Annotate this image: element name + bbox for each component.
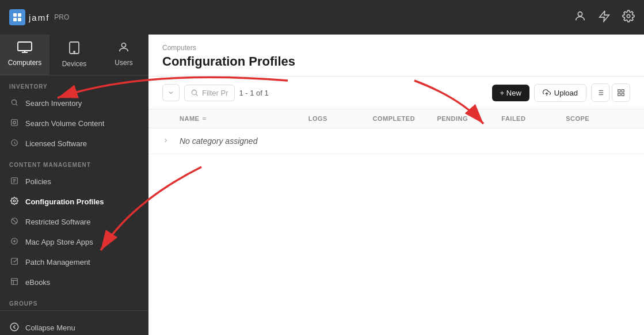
sidebar-item-computers[interactable]: Computers	[0, 35, 49, 75]
table-header: NAME LOGS COMPLETED PENDING FAILED SCOPE	[148, 109, 644, 128]
devices-icon	[69, 41, 79, 58]
search-icon	[9, 98, 20, 108]
bolt-icon[interactable]	[598, 10, 611, 25]
new-button[interactable]: + New	[492, 85, 529, 101]
upload-button[interactable]: Upload	[534, 84, 586, 102]
sidebar-item-search-volume[interactable]: Search Volume Content	[0, 113, 148, 134]
svg-point-5	[627, 14, 630, 18]
svg-rect-41	[618, 90, 620, 92]
record-count: 1 - 1 of 1	[239, 89, 269, 97]
config-profiles-label: Configuration Profiles	[25, 197, 104, 206]
svg-point-32	[192, 90, 196, 94]
sidebar-top-nav: Computers Devices Users	[0, 35, 148, 75]
sidebar-item-users[interactable]: Users	[99, 35, 148, 75]
col-name[interactable]: NAME	[180, 115, 308, 122]
grid-view-button[interactable]	[612, 83, 630, 102]
policies-label: Policies	[25, 177, 51, 186]
category-name: No category assigned	[180, 136, 308, 146]
person-icon[interactable]	[574, 10, 586, 25]
app-store-icon	[9, 237, 20, 247]
jamf-logo-icon	[9, 9, 25, 25]
jamf-logo[interactable]: jamf PRO	[9, 9, 69, 25]
users-icon	[117, 41, 130, 56]
filter-input-wrapper[interactable]: Filter Pr	[184, 85, 235, 101]
top-navigation: jamf PRO	[0, 0, 644, 35]
col-completed[interactable]: COMPLETED	[373, 115, 437, 122]
svg-rect-6	[18, 42, 32, 51]
svg-line-23	[12, 219, 17, 223]
sidebar-item-licensed-software[interactable]: Licensed Software	[0, 134, 148, 154]
sidebar-item-ebooks[interactable]: eBooks	[0, 272, 148, 292]
sidebar-item-policies[interactable]: Policies	[0, 172, 148, 192]
content-mgmt-section-label: CONTENT MANAGEMENT	[0, 154, 148, 172]
groups-section-label: GROUPS	[0, 292, 148, 310]
users-label: Users	[115, 59, 132, 67]
col-logs[interactable]: LOGS	[308, 115, 373, 122]
restricted-icon	[9, 217, 20, 227]
svg-line-13	[16, 104, 18, 106]
upload-label: Upload	[554, 89, 578, 97]
col-expand	[162, 115, 180, 122]
svg-rect-14	[12, 120, 18, 126]
gear-icon[interactable]	[622, 10, 635, 25]
logo-area: jamf PRO	[9, 9, 69, 25]
computers-label: Computers	[8, 59, 42, 67]
licensed-icon	[9, 139, 20, 149]
expand-row-icon[interactable]	[162, 137, 180, 146]
table-row[interactable]: No category assigned	[148, 128, 644, 154]
collapse-menu-label: Collapse Menu	[25, 323, 75, 332]
svg-point-10	[74, 51, 75, 52]
col-scope[interactable]: SCOPE	[566, 115, 630, 122]
col-pending[interactable]: PENDING	[437, 115, 501, 122]
content-toolbar: Filter Pr 1 - 1 of 1 + New Upload	[148, 77, 644, 109]
ebooks-icon	[9, 277, 20, 287]
sidebar-bottom: Collapse Menu	[0, 310, 148, 335]
svg-rect-28	[12, 279, 18, 285]
svg-point-4	[578, 12, 582, 16]
svg-point-15	[13, 121, 16, 124]
svg-rect-43	[618, 93, 620, 96]
svg-rect-44	[622, 93, 624, 96]
licensed-software-label: Licensed Software	[25, 139, 87, 148]
computers-icon	[17, 41, 32, 56]
jamf-pro-text: PRO	[54, 13, 69, 21]
collapse-menu-button[interactable]: Collapse Menu	[0, 317, 148, 335]
col-failed[interactable]: FAILED	[501, 115, 566, 122]
content-header: Computers Configuration Profiles	[148, 35, 644, 77]
filter-placeholder-text: Filter Pr	[202, 89, 228, 97]
sidebar-item-restricted-software[interactable]: Restricted Software	[0, 212, 148, 232]
sidebar-item-patch-mgmt[interactable]: Patch Management	[0, 252, 148, 272]
svg-rect-0	[13, 13, 17, 17]
svg-rect-27	[12, 258, 18, 265]
sidebar: Computers Devices Users	[0, 35, 148, 335]
sidebar-item-search-inventory[interactable]: Search Inventory	[0, 93, 148, 113]
toolbar-right: + New Upload	[492, 83, 630, 102]
volume-icon	[9, 119, 20, 128]
svg-point-12	[12, 100, 16, 104]
list-view-button[interactable]	[591, 83, 609, 102]
inventory-section-label: INVENTORY	[0, 75, 148, 93]
list-view-icon	[596, 89, 604, 97]
filter-search-icon	[190, 89, 199, 97]
config-profiles-icon	[9, 197, 20, 207]
ebooks-label: eBooks	[25, 278, 50, 287]
grid-view-icon	[617, 89, 625, 97]
devices-label: Devices	[62, 60, 87, 68]
patch-icon	[9, 257, 20, 267]
mac-app-store-label: Mac App Store Apps	[25, 238, 93, 246]
content-area: Computers Configuration Profiles Filter …	[148, 35, 644, 335]
policies-icon	[9, 177, 20, 186]
jamf-text: jamf	[29, 13, 49, 22]
search-inventory-label: Search Inventory	[25, 99, 82, 108]
upload-icon	[543, 89, 551, 97]
sidebar-item-config-profiles[interactable]: Configuration Profiles	[0, 192, 148, 212]
collapse-rows-button[interactable]	[162, 84, 180, 101]
patch-mgmt-label: Patch Management	[25, 258, 90, 267]
sidebar-item-devices[interactable]: Devices	[49, 35, 99, 75]
main-layout: Computers Devices Users	[0, 35, 644, 335]
breadcrumb: Computers	[162, 44, 630, 52]
svg-rect-42	[622, 90, 624, 92]
sidebar-item-mac-app-store[interactable]: Mac App Store Apps	[0, 232, 148, 252]
svg-rect-3	[18, 18, 21, 21]
page-title: Configuration Profiles	[162, 54, 630, 69]
